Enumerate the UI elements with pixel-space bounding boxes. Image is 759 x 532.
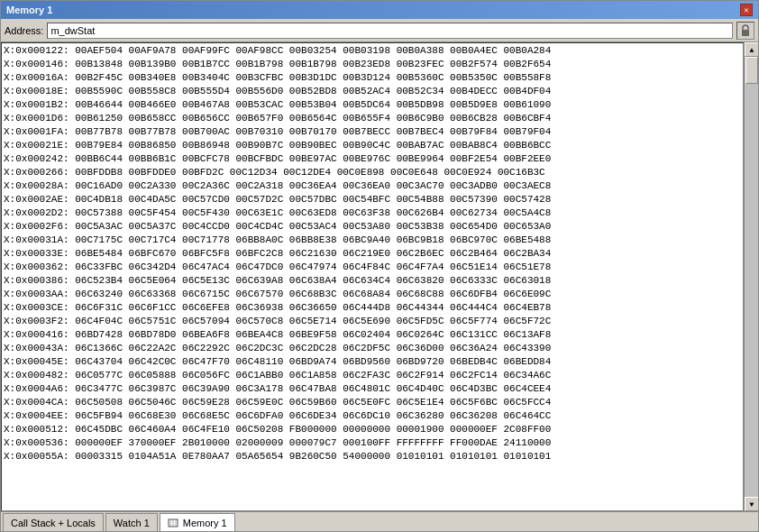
memory-row: X:0x00043A: 06C1366C 06C22A2C 06C2292C 0… xyxy=(4,342,741,355)
memory-row: X:0x00016A: 00B2F45C 00B340E8 00B3404C 0… xyxy=(4,71,741,85)
address-label: Address: xyxy=(5,25,43,36)
scroll-down-button[interactable]: ▼ xyxy=(745,497,758,511)
callstack-tab-label: Call Stack + Locals xyxy=(11,518,96,528)
memory-row: X:0x0001FA: 00B77B78 00B77B78 00B700AC 0… xyxy=(4,125,741,139)
lock-icon xyxy=(740,24,751,37)
scrollbar[interactable]: ▲ ▼ xyxy=(744,42,758,511)
tab-memory1[interactable]: Memory 1 xyxy=(160,513,235,531)
memory-row: X:0x00031A: 00C7175C 00C717C4 00C71778 0… xyxy=(4,234,741,247)
memory-row: X:0x0003F2: 06C4F04C 06C5751C 06C57094 0… xyxy=(4,315,741,328)
memory-tab-icon xyxy=(168,518,178,528)
memory-row: X:0x000482: 06C0577C 06C05888 06C056FC 0… xyxy=(4,369,741,382)
memory-content: X:0x000122: 00AEF504 00AF9A78 00AF99FC 0… xyxy=(2,43,743,464)
memory-row: X:0x00055A: 00003315 0104A51A 0E780AA7 0… xyxy=(4,450,741,463)
address-bar: Address: xyxy=(1,19,758,42)
watch1-tab-label: Watch 1 xyxy=(114,518,150,528)
svg-rect-0 xyxy=(742,30,749,36)
memory-row: X:0x00021E: 00B79E84 00B86850 00B86948 0… xyxy=(4,139,741,152)
memory-window: Memory 1 ✕ Address: X:0x000122: 00AEF504… xyxy=(0,0,759,532)
scroll-up-button[interactable]: ▲ xyxy=(745,42,758,57)
lock-button[interactable] xyxy=(736,22,754,40)
tab-watch1[interactable]: Watch 1 xyxy=(105,513,158,531)
memory-row: X:0x000512: 06C45DBC 06C460A4 06C4FE10 0… xyxy=(4,423,741,436)
bottom-tabs: Call Stack + Locals Watch 1 Memory 1 xyxy=(1,511,758,531)
memory-row: X:0x0002AE: 00C4DB18 00C4DA5C 00C57CD0 0… xyxy=(4,193,741,206)
memory-row: X:0x000266: 00BFDDB8 00BFDDE0 00BFD2C 00… xyxy=(4,166,741,179)
memory-row: X:0x00018E: 00B5590C 00B558C8 00B555D4 0… xyxy=(4,85,741,98)
memory-row: X:0x0003AA: 06C63240 06C63368 06C6715C 0… xyxy=(4,288,741,301)
memory-row: X:0x0003CE: 06C6F31C 06C6F1CC 06C6EFE8 0… xyxy=(4,301,741,315)
memory1-tab-label: Memory 1 xyxy=(183,518,227,528)
memory-row: X:0x0002F6: 00C5A3AC 00C5A37C 00C4CCD0 0… xyxy=(4,220,741,234)
memory-row: X:0x00028A: 00C16AD0 00C2A330 00C2A36C 0… xyxy=(4,179,741,193)
memory-row: X:0x0001D6: 00B61250 00B658CC 00B656CC 0… xyxy=(4,112,741,125)
title-bar: Memory 1 ✕ xyxy=(1,1,758,19)
close-button[interactable]: ✕ xyxy=(740,4,753,16)
memory-row: X:0x000536: 000000EF 370000EF 2B010000 0… xyxy=(4,436,741,450)
memory-row: X:0x0001B2: 00B46644 00B466E0 00B467A8 0… xyxy=(4,98,741,112)
scroll-track[interactable] xyxy=(745,57,758,497)
memory-row: X:0x0004CA: 06C50508 06C5046C 06C59E28 0… xyxy=(4,396,741,409)
memory-row: X:0x000416: 06BD7428 06BD78D0 06BEA6F8 0… xyxy=(4,328,741,342)
scroll-thumb[interactable] xyxy=(745,57,758,84)
window-title: Memory 1 xyxy=(6,5,52,15)
memory-row: X:0x00045E: 06C43704 06C42C0C 06C47F70 0… xyxy=(4,355,741,369)
memory-row: X:0x0002D2: 00C57388 00C5F454 00C5F430 0… xyxy=(4,206,741,220)
memory-row: X:0x000242: 00BB6C44 00BB6B1C 00BCFC78 0… xyxy=(4,152,741,166)
memory-row: X:0x000386: 06C523B4 06C5E064 06C5E13C 0… xyxy=(4,274,741,288)
memory-row: X:0x000122: 00AEF504 00AF9A78 00AF99FC 0… xyxy=(4,44,741,58)
tab-callstack[interactable]: Call Stack + Locals xyxy=(3,513,104,531)
memory-row: X:0x0004A6: 06C3477C 06C3987C 06C39A90 0… xyxy=(4,382,741,396)
address-input[interactable] xyxy=(47,23,733,39)
memory-row: X:0x000146: 00B13848 00B139B0 00B1B7CC 0… xyxy=(4,58,741,71)
main-content: X:0x000122: 00AEF504 00AF9A78 00AF99FC 0… xyxy=(1,42,758,511)
memory-area[interactable]: X:0x000122: 00AEF504 00AF9A78 00AF99FC 0… xyxy=(1,42,744,511)
memory-row: X:0x00033E: 06BE5484 06BFC670 06BFC5F8 0… xyxy=(4,247,741,261)
memory-row: X:0x0004EE: 06C5FB94 06C68E30 06C68E5C 0… xyxy=(4,409,741,423)
memory-row: X:0x000362: 06C33FBC 06C342D4 06C47AC4 0… xyxy=(4,261,741,274)
